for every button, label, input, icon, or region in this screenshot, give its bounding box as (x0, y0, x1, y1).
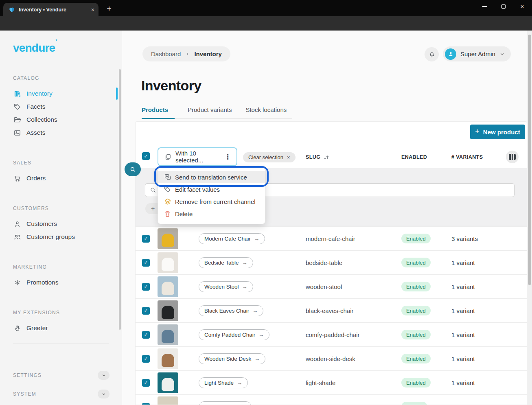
column-header-enabled[interactable]: ENABLED (401, 154, 427, 160)
select-all-checkbox[interactable]: ✓ (142, 152, 150, 160)
users-icon (13, 233, 21, 241)
column-header-variants[interactable]: # VARIANTS (451, 154, 483, 160)
product-name-button[interactable]: Wooden Stool→ (199, 281, 253, 292)
sidebar-item-greeter[interactable]: Greeter (0, 322, 122, 335)
table-row: ✓Wooden Stool→wooden-stoolEnabled1 varia… (136, 274, 527, 298)
arrow-right-icon: → (252, 308, 258, 314)
table-row: ✓Modern Cafe Chair→modern-cafe-chairEnab… (136, 226, 527, 250)
kebab-menu-icon[interactable]: ⋮ (224, 153, 231, 161)
sidebar: vendure° CATALOGInventoryFacetsCollectio… (0, 31, 122, 405)
sidebar-collapsed: SETTINGSSYSTEM (0, 357, 122, 400)
sidebar-item-collections[interactable]: Collections (0, 113, 122, 126)
arrow-right-icon: → (254, 236, 259, 242)
translate-icon (164, 173, 171, 181)
sidebar-scrollbar[interactable] (119, 69, 121, 330)
breadcrumb[interactable]: Dashboard Inventory (142, 46, 230, 61)
tab-product-variants[interactable]: Product variants (188, 106, 232, 118)
product-thumbnail (158, 276, 178, 297)
tab-stock-locations[interactable]: Stock locations (245, 106, 287, 118)
window-minimize-button[interactable] (475, 0, 494, 13)
notifications-button[interactable] (425, 47, 439, 61)
tab-products[interactable]: Products (142, 106, 175, 119)
variant-count: 1 variant (451, 379, 527, 386)
row-checkbox[interactable]: ✓ (142, 283, 150, 291)
products-card: + New product ✓ With 10 selected... ⋮ Cl… (135, 121, 527, 405)
row-checkbox[interactable]: ✓ (142, 355, 150, 363)
status-badge: Enabled (401, 306, 431, 315)
table-row: ✓Light Shade→light-shadeEnabled1 variant (136, 370, 527, 394)
menu-item-remove-from-current-channel[interactable]: Remove from current channel (158, 195, 265, 208)
row-checkbox[interactable]: ✓ (142, 379, 150, 387)
sidebar-item-facets[interactable]: Facets (0, 100, 122, 113)
menu-item-send-to-translation-service[interactable]: Send to translation service (158, 171, 265, 183)
window-close-button[interactable]: × (513, 0, 532, 13)
product-name-button[interactable]: Light Shade→ (199, 377, 248, 388)
window-maximize-button[interactable] (494, 0, 513, 13)
arrow-right-icon: → (254, 356, 260, 362)
status-badge: Enabled (401, 378, 431, 387)
sidebar-section-system[interactable]: SYSTEM (0, 388, 122, 400)
sidebar-item-assets[interactable]: Assets (0, 126, 122, 139)
product-name-button[interactable]: Wooden Side Desk→ (199, 353, 265, 364)
row-checkbox[interactable]: ✓ (142, 235, 150, 243)
product-name-button[interactable]: Modern Cafe Chair→ (199, 233, 265, 244)
vendure-heart-logo-icon (9, 7, 15, 13)
tag-icon (164, 186, 171, 193)
table-row: ✓Bedside Table→bedside-tableEnabled1 var… (136, 250, 527, 274)
column-header-slug[interactable]: SLUG (306, 154, 329, 160)
variant-count: 1 variant (451, 283, 527, 290)
browser-tab[interactable]: Inventory • Vendure × (3, 3, 99, 16)
nav-section-label: MY EXTENSIONS (13, 310, 122, 316)
sidebar-item-customers[interactable]: Customers (0, 217, 122, 230)
page-scrollbar[interactable] (527, 31, 532, 405)
tab-title: Inventory • Vendure (19, 7, 88, 13)
table-row: ✓Wooden Side Desk→wooden-side-deskEnable… (136, 346, 527, 370)
clear-selection-button[interactable]: Clear selection × (243, 152, 296, 162)
product-name-button[interactable]: Black Eaves Chair→ (199, 305, 263, 316)
plus-icon: + (151, 205, 155, 212)
product-table-body: ✓Modern Cafe Chair→modern-cafe-chairEnab… (136, 226, 527, 405)
product-thumbnail (158, 252, 178, 273)
browser-window: Inventory • Vendure × + × localhost :300… (0, 0, 532, 405)
sidebar-section-settings[interactable]: SETTINGS (0, 369, 122, 381)
bulk-dropdown: Send to translation serviceEdit facet va… (158, 167, 265, 224)
vendure-admin-app: vendure° CATALOGInventoryFacetsCollectio… (0, 31, 532, 405)
library-icon (13, 90, 21, 98)
product-name-button[interactable]: Comfy Padded Chair→ (199, 329, 269, 340)
column-settings-button[interactable] (506, 151, 519, 163)
sidebar-item-orders[interactable]: Orders (0, 172, 122, 185)
menu-item-delete[interactable]: Delete (158, 208, 265, 220)
user-menu[interactable]: Super Admin (443, 46, 511, 61)
tab-close-icon[interactable]: × (91, 7, 94, 13)
chevron-down-icon[interactable] (98, 371, 109, 380)
status-badge: Enabled (401, 258, 431, 267)
row-checkbox[interactable]: ✓ (142, 259, 150, 267)
chevron-down-icon[interactable] (98, 390, 109, 398)
breadcrumb-dashboard[interactable]: Dashboard (151, 50, 181, 57)
bulk-actions-button[interactable]: With 10 selected... ⋮ (158, 147, 237, 166)
asterisk-icon (13, 279, 21, 287)
tag-icon (13, 103, 21, 111)
breadcrumb-inventory[interactable]: Inventory (194, 50, 222, 57)
product-name-button[interactable] (199, 401, 252, 405)
chevron-right-icon (185, 52, 190, 56)
table-row: ✓Comfy Padded Chair→comfy-padded-chairEn… (136, 322, 527, 346)
status-badge: Enabled (401, 354, 431, 363)
sort-icon[interactable] (323, 155, 329, 160)
row-checkbox[interactable]: ✓ (142, 403, 150, 405)
row-checkbox[interactable]: ✓ (142, 307, 150, 315)
sidebar-item-customer-groups[interactable]: Customer groups (0, 230, 122, 243)
product-name-button[interactable]: Bedside Table→ (199, 257, 253, 268)
vendure-logo[interactable]: vendure° (13, 42, 57, 55)
sidebar-item-promotions[interactable]: Promotions (0, 276, 122, 289)
new-tab-button[interactable]: + (104, 4, 114, 13)
sidebar-item-inventory[interactable]: Inventory (0, 87, 122, 100)
variant-count: 1 variant (451, 259, 527, 266)
scrollbar-thumb[interactable] (528, 35, 531, 285)
nav-section-label: SALES (13, 160, 122, 166)
row-checkbox[interactable]: ✓ (142, 331, 150, 339)
nav-section-label: CATALOG (13, 75, 122, 81)
chevron-down-icon (499, 51, 505, 57)
menu-item-edit-facet-values[interactable]: Edit facet values (158, 183, 265, 195)
new-product-button[interactable]: + New product (470, 125, 525, 139)
